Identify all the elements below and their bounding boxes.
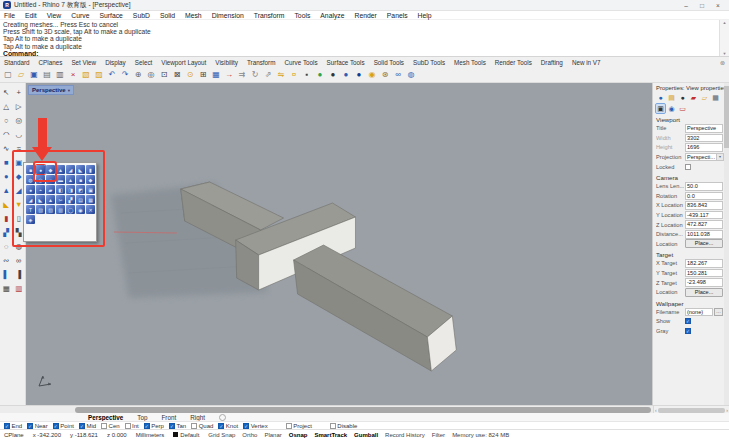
- status-field-x-342-200[interactable]: x -342.200: [33, 432, 61, 438]
- dimension-tool-icon[interactable]: ▥: [13, 281, 26, 295]
- solid-text-icon[interactable]: T: [26, 205, 35, 214]
- toolbar-tab-new-in-v7[interactable]: New in V7: [572, 59, 601, 66]
- distance-field[interactable]: 1011.038: [685, 230, 723, 239]
- solid-chamfer-edge-icon[interactable]: ◣: [36, 195, 45, 204]
- sweep-tool-icon[interactable]: ◣: [0, 197, 13, 211]
- toolbar-tab-drafting[interactable]: Drafting: [541, 59, 563, 66]
- export-icon[interactable]: ▥: [54, 69, 66, 81]
- properties-tab-icon[interactable]: ●: [656, 93, 665, 102]
- toggle-osnap[interactable]: Osnap: [289, 432, 308, 438]
- projection-select[interactable]: Perspecti...: [685, 153, 717, 162]
- viewport-tab-front[interactable]: Front: [162, 414, 177, 421]
- title-field[interactable]: Perspective: [685, 124, 723, 133]
- osnap-near[interactable]: ✓Near: [27, 423, 48, 429]
- scale-icon[interactable]: ⇗: [262, 69, 274, 81]
- viewport-grid-icon[interactable]: ⊞: [197, 69, 209, 81]
- osnap-cen[interactable]: Cen: [101, 423, 120, 429]
- solid-round-hole-icon[interactable]: ◉: [76, 205, 85, 214]
- menu-transform[interactable]: Transform: [254, 12, 285, 19]
- solid-boss-icon[interactable]: ◆: [86, 175, 95, 184]
- menu-solid[interactable]: Solid: [160, 12, 175, 19]
- pan-icon[interactable]: ⊕: [132, 69, 144, 81]
- open-file-icon[interactable]: ▱: [15, 69, 27, 81]
- select-tool-icon[interactable]: ↖: [0, 85, 13, 99]
- viewport-tab-right[interactable]: Right: [190, 414, 205, 421]
- toggle-gumball[interactable]: Gumball: [354, 432, 378, 438]
- osnap-project-checkbox[interactable]: [286, 423, 292, 429]
- solid-cylinder-icon[interactable]: ▮: [86, 165, 95, 174]
- menu-dimension[interactable]: Dimension: [212, 12, 244, 19]
- minimize-button[interactable]: –: [678, 0, 694, 11]
- solid-extrude-curve-icon[interactable]: ▲: [66, 175, 75, 184]
- osnap-knot[interactable]: ✓Knot: [218, 423, 238, 429]
- solid-shell-icon[interactable]: ▣: [86, 185, 95, 194]
- status-field-default[interactable]: Default: [173, 432, 199, 438]
- control-points-tool-icon[interactable]: ∞: [13, 253, 26, 267]
- panel-vertical-scrollbar[interactable]: [724, 83, 729, 405]
- viewport-tab-top[interactable]: Top: [137, 414, 147, 421]
- perspective-viewport[interactable]: Perspective▾: [26, 83, 652, 405]
- new-file-icon[interactable]: ▢: [2, 69, 14, 81]
- viewport-tab-perspective[interactable]: Perspective: [88, 414, 123, 421]
- arc-tool-icon[interactable]: ◠: [0, 127, 13, 141]
- copy-object-icon[interactable]: ⇉: [236, 69, 248, 81]
- osnap-tan-checkbox[interactable]: ✓: [169, 423, 175, 429]
- solid-sphere-icon[interactable]: ●: [36, 165, 45, 174]
- box-object-long-front[interactable]: [294, 245, 457, 371]
- status-field-z-0-000[interactable]: z 0.000: [107, 432, 127, 438]
- display-shaded-icon[interactable]: ●: [327, 69, 339, 81]
- arc-3pt-tool-icon[interactable]: ◡: [13, 127, 26, 141]
- osnap-quad[interactable]: Quad: [191, 423, 213, 429]
- extrude-tool-icon[interactable]: ▲: [0, 183, 13, 197]
- maximize-button[interactable]: □: [694, 0, 710, 11]
- menu-edit[interactable]: Edit: [25, 12, 37, 19]
- undo-icon[interactable]: ↶: [106, 69, 118, 81]
- mirror-icon[interactable]: ⇋: [275, 69, 287, 81]
- status-field-y-118-621[interactable]: y -118.621: [70, 432, 98, 438]
- toggle-record-history[interactable]: Record History: [385, 432, 425, 438]
- solid-moments-icon[interactable]: ▥: [56, 205, 65, 214]
- join-tool-icon[interactable]: ◌: [0, 239, 13, 253]
- viewport-title-tab[interactable]: Perspective▾: [28, 85, 74, 95]
- osnap-end-checkbox[interactable]: ✓: [4, 423, 10, 429]
- toolbar-tab-set-view[interactable]: Set View: [71, 59, 96, 66]
- solid-extrude-surface-icon[interactable]: ■: [76, 175, 85, 184]
- settings-icon[interactable]: ⊛: [379, 69, 391, 81]
- lens-len-field[interactable]: 50.0: [685, 182, 723, 191]
- move-icon[interactable]: →: [223, 69, 235, 81]
- toolbar-tab-subd-tools[interactable]: SubD Tools: [413, 59, 445, 66]
- menu-surface[interactable]: Surface: [99, 12, 122, 19]
- y-location-field[interactable]: -439.117: [685, 211, 723, 220]
- curve-tool-icon[interactable]: ∿: [0, 141, 13, 155]
- osnap-near-checkbox[interactable]: ✓: [27, 423, 33, 429]
- solid-cone-icon[interactable]: ◢: [66, 165, 75, 174]
- circle-tool-icon[interactable]: ○: [0, 113, 13, 127]
- menu-view[interactable]: View: [47, 12, 62, 19]
- solid-truncated-cone-icon[interactable]: ◣: [76, 165, 85, 174]
- toggle-grid-snap[interactable]: Grid Snap: [208, 432, 235, 438]
- solid-pipe-icon[interactable]: ◎: [36, 175, 45, 184]
- solid-create-region-icon[interactable]: ▤: [76, 195, 85, 204]
- toggle-filter[interactable]: Filter: [432, 432, 445, 438]
- osnap-cen-checkbox[interactable]: [101, 423, 107, 429]
- toolbar-tab-select[interactable]: Select: [135, 59, 153, 66]
- hide-icon[interactable]: ¤: [288, 69, 300, 81]
- browse-button[interactable]: …: [714, 308, 723, 317]
- toolbar-tab-render-tools[interactable]: Render Tools: [495, 59, 532, 66]
- notes-tab-icon[interactable]: ▱: [700, 93, 709, 102]
- zoom-icon[interactable]: ◎: [145, 69, 157, 81]
- circle-3pt-tool-icon[interactable]: ◎: [13, 113, 26, 127]
- solid-paraboloid-icon[interactable]: ▲: [56, 165, 65, 174]
- polyline-tool-icon[interactable]: △: [0, 99, 13, 113]
- solid-difference-icon[interactable]: ◨: [66, 185, 75, 194]
- redo-icon[interactable]: ↷: [119, 69, 131, 81]
- solid-edge-softening-icon[interactable]: ▲: [46, 195, 55, 204]
- solid-extract-wireframe-icon[interactable]: ◈: [26, 215, 35, 224]
- menu-subd[interactable]: SubD: [133, 12, 150, 19]
- z-target-field[interactable]: -23.498: [685, 278, 723, 287]
- display-rendered-icon[interactable]: ●: [340, 69, 352, 81]
- osnap-knot-checkbox[interactable]: ✓: [218, 423, 224, 429]
- osnap-disable[interactable]: Disable: [330, 423, 358, 429]
- rotate-icon[interactable]: ↻: [249, 69, 261, 81]
- curve-interp-tool-icon[interactable]: ≈: [13, 141, 26, 155]
